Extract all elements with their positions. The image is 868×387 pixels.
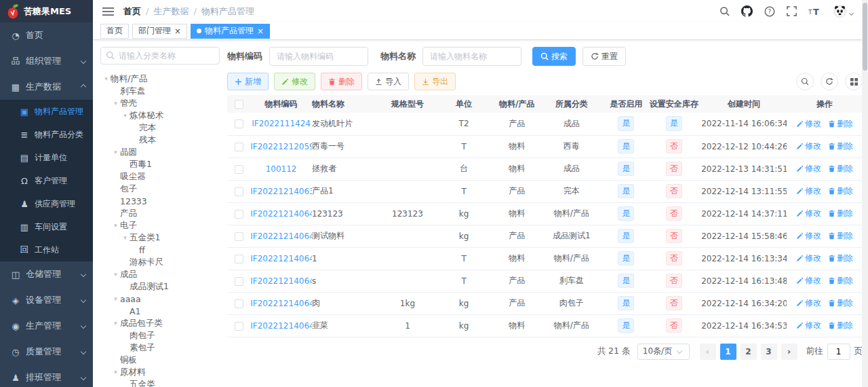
row-edit-button[interactable]: 修改: [796, 163, 821, 174]
sidebar-item-production-data[interactable]: ▦生产数据: [0, 74, 93, 100]
tree-node[interactable]: 素包子: [100, 342, 220, 354]
page-button-3[interactable]: 3: [761, 344, 777, 360]
row-checkbox[interactable]: [235, 187, 243, 196]
tree-node[interactable]: 西毒1: [100, 158, 220, 170]
row-checkbox[interactable]: [235, 119, 243, 128]
export-button[interactable]: 导出: [414, 73, 456, 90]
row-checkbox[interactable]: [235, 143, 243, 151]
tree-node[interactable]: ▾五金类1: [100, 232, 220, 244]
row-edit-button[interactable]: 修改: [796, 297, 821, 309]
edit-button[interactable]: 修改: [274, 73, 315, 90]
tree-node[interactable]: 铜板: [100, 354, 220, 366]
goto-page-input[interactable]: [827, 344, 850, 360]
row-edit-button[interactable]: 修改: [796, 185, 821, 197]
row-delete-button[interactable]: 删除: [828, 185, 853, 197]
tree-node[interactable]: 游标卡尺: [100, 256, 220, 268]
row-edit-button[interactable]: 修改: [796, 230, 821, 242]
tab-home[interactable]: 首页: [100, 24, 129, 39]
row-delete-button[interactable]: 删除: [828, 118, 853, 130]
page-button-1[interactable]: 1: [720, 344, 736, 360]
row-edit-button[interactable]: 修改: [796, 118, 821, 130]
tree-node[interactable]: ▾成品: [100, 268, 220, 280]
row-checkbox[interactable]: [235, 277, 243, 286]
material-code-link[interactable]: IF202212120596: [250, 142, 312, 151]
sidebar-item-customer-management[interactable]: Ω客户管理: [0, 169, 93, 192]
material-code-link[interactable]: IF202212140640: [250, 209, 312, 219]
material-code-link[interactable]: IF202212140645: [250, 276, 312, 286]
material-code-link[interactable]: IF202212140639: [250, 187, 312, 196]
tree-node[interactable]: ▾成品包子类: [100, 317, 220, 329]
tree-node[interactable]: 五金类: [100, 378, 220, 387]
scrollbar-thumb[interactable]: [863, 3, 867, 71]
tree-search-input[interactable]: [100, 47, 220, 64]
row-delete-button[interactable]: 删除: [828, 297, 853, 309]
table-search-toggle-button[interactable]: [796, 73, 814, 90]
tree-node[interactable]: 12333: [100, 195, 220, 207]
row-delete-button[interactable]: 删除: [828, 208, 853, 219]
row-delete-button[interactable]: 删除: [828, 230, 853, 242]
row-edit-button[interactable]: 修改: [796, 275, 821, 287]
material-code-link[interactable]: 100112: [266, 164, 297, 174]
table-refresh-button[interactable]: [821, 73, 838, 90]
fullscreen-button[interactable]: [787, 6, 797, 16]
row-edit-button[interactable]: 修改: [796, 141, 821, 152]
sidebar-item-equipment-management[interactable]: ◈设备管理: [0, 287, 93, 313]
tab-material-product-management[interactable]: 物料产品管理×: [191, 24, 270, 39]
material-code-link[interactable]: IF202212140649: [250, 321, 312, 331]
add-button[interactable]: 新增: [227, 73, 269, 90]
row-checkbox[interactable]: [235, 322, 243, 331]
row-delete-button[interactable]: 删除: [828, 163, 853, 174]
github-link[interactable]: [741, 5, 753, 17]
row-edit-button[interactable]: 修改: [796, 320, 821, 331]
sidebar-item-measure-unit[interactable]: ▤计量单位: [0, 146, 93, 169]
close-icon[interactable]: ×: [174, 27, 181, 35]
tree-node[interactable]: 残本: [100, 134, 220, 146]
page-button-2[interactable]: 2: [741, 344, 757, 360]
sidebar-item-production-management[interactable]: ◉生产管理: [0, 313, 93, 339]
sidebar-item-workstation[interactable]: 回工作站: [0, 238, 93, 261]
sidebar-item-supplier-management[interactable]: ♟供应商管理: [0, 192, 93, 215]
material-code-link[interactable]: IF202212140644: [250, 254, 312, 263]
tree-node[interactable]: ▾物料/产品: [100, 73, 220, 85]
sidebar-collapse-button[interactable]: [100, 7, 117, 16]
sidebar-item-schedule-management[interactable]: ♟排班管理: [0, 365, 93, 387]
sidebar-item-material-product-category[interactable]: ≣物料产品分类: [0, 123, 93, 146]
user-menu[interactable]: [833, 4, 853, 18]
row-delete-button[interactable]: 删除: [828, 253, 853, 264]
tree-node[interactable]: 包子: [100, 183, 220, 195]
delete-button[interactable]: 删除: [321, 73, 362, 90]
row-checkbox[interactable]: [235, 165, 243, 174]
help-button[interactable]: ?: [764, 6, 775, 17]
material-code-link[interactable]: IF202212140648: [250, 299, 312, 308]
tree-node[interactable]: 完本: [100, 122, 220, 134]
search-button[interactable]: 搜索: [532, 47, 576, 66]
import-button[interactable]: 导入: [368, 73, 409, 90]
tree-node[interactable]: 吸尘器: [100, 170, 220, 183]
sidebar-item-warehouse-management[interactable]: ◫仓储管理: [0, 261, 93, 287]
tree-node[interactable]: ▾炼体秘术: [100, 109, 220, 122]
scrollbar[interactable]: [862, 0, 868, 387]
column-settings-button[interactable]: [845, 73, 863, 90]
tree-node[interactable]: 产品: [100, 207, 220, 219]
tree-node[interactable]: ff: [100, 244, 220, 256]
material-name-input[interactable]: [422, 47, 521, 66]
tree-node[interactable]: 肉包子: [100, 329, 220, 342]
sidebar-item-workshop-settings[interactable]: ▥车间设置: [0, 215, 93, 238]
row-checkbox[interactable]: [235, 299, 243, 308]
tree-node[interactable]: A1: [100, 305, 220, 317]
row-checkbox[interactable]: [235, 255, 243, 263]
row-delete-button[interactable]: 删除: [828, 141, 853, 152]
breadcrumb-item-home[interactable]: 首页: [123, 5, 141, 18]
tree-node[interactable]: 成品测试1: [100, 280, 220, 293]
sidebar-item-quality-management[interactable]: ◷质量管理: [0, 339, 93, 365]
row-delete-button[interactable]: 删除: [828, 320, 853, 331]
sidebar-item-material-product-management[interactable]: ▣物料产品管理: [0, 100, 93, 123]
tree-node[interactable]: ▾aaaa: [100, 293, 220, 305]
material-code-input[interactable]: [269, 47, 368, 66]
row-edit-button[interactable]: 修改: [796, 208, 821, 219]
prev-page-button[interactable]: ‹: [700, 344, 716, 360]
select-all-checkbox[interactable]: [235, 100, 243, 109]
tree-node[interactable]: ▾晶圆: [100, 146, 220, 158]
next-page-button[interactable]: ›: [781, 344, 797, 360]
row-delete-button[interactable]: 删除: [828, 275, 853, 287]
